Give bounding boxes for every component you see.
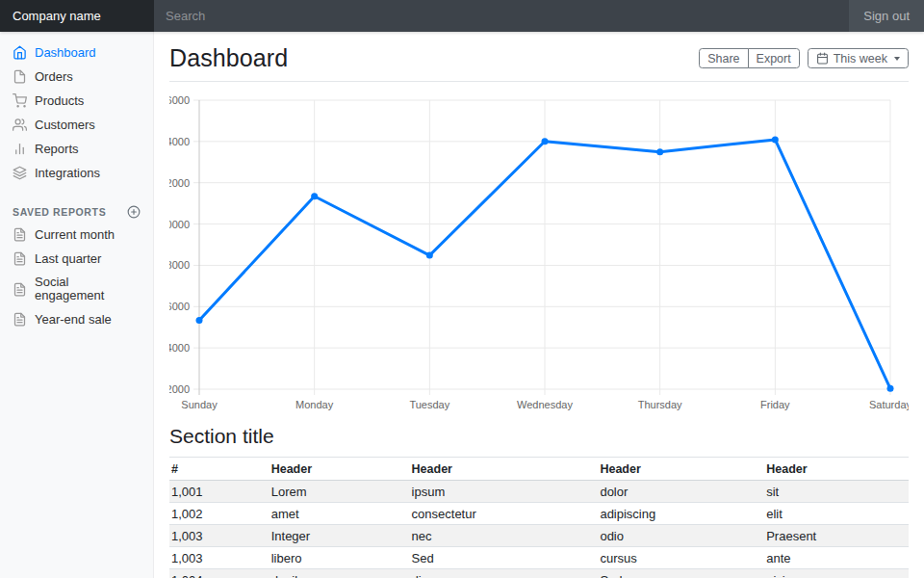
- page-header: Dashboard Share Export This week: [169, 32, 909, 82]
- svg-text:26000: 26000: [169, 94, 190, 106]
- sidebar: Dashboard Orders Products Customers Repo…: [0, 32, 154, 578]
- table-row: 1,002 amet consectetur adipiscing elit: [169, 503, 909, 525]
- table-header-row: # Header Header Header Header: [169, 458, 909, 481]
- calendar-icon: [816, 52, 829, 65]
- sidebar-item-label: Reports: [35, 143, 79, 156]
- svg-text:16000: 16000: [169, 301, 190, 312]
- sidebar-item-customers[interactable]: Customers: [0, 113, 153, 137]
- sidebar-item-year-end-sale[interactable]: Year-end sale: [0, 307, 153, 331]
- plus-circle-icon[interactable]: [127, 205, 141, 219]
- saved-reports-heading-label: Saved reports: [13, 206, 106, 218]
- sign-out-link[interactable]: Sign out: [849, 0, 924, 32]
- file-text-icon: [13, 227, 27, 242]
- table-row: 1,003 libero Sed cursus ante: [169, 547, 909, 569]
- share-button[interactable]: Share: [699, 48, 748, 68]
- sidebar-item-label: Current month: [35, 228, 115, 242]
- table-cell: 1,004: [169, 569, 270, 578]
- sidebar-item-label: Dashboard: [35, 46, 96, 60]
- table-cell: cursus: [598, 547, 764, 569]
- svg-text:22000: 22000: [169, 177, 190, 189]
- table-header-cell: Header: [598, 458, 764, 481]
- table-cell: dolor: [598, 481, 764, 503]
- section-title: Section title: [169, 425, 909, 448]
- table-cell: diam: [410, 569, 599, 578]
- table-cell: Sed: [410, 547, 599, 569]
- home-icon: [13, 45, 27, 60]
- table-cell: amet: [270, 503, 410, 525]
- table-cell: 1,003: [169, 525, 270, 547]
- svg-text:14000: 14000: [169, 342, 190, 354]
- svg-text:Monday: Monday: [295, 399, 334, 410]
- svg-text:Thursday: Thursday: [638, 399, 682, 410]
- table-cell: 1,003: [169, 547, 270, 569]
- sidebar-item-integrations[interactable]: Integrations: [0, 161, 153, 185]
- table-cell: sit: [764, 481, 909, 503]
- table-cell: consectetur: [410, 503, 599, 525]
- svg-text:Wednesday: Wednesday: [517, 399, 573, 410]
- table-cell: Integer: [270, 525, 410, 547]
- chevron-down-icon: [894, 57, 900, 61]
- table-cell: Sed: [598, 569, 764, 578]
- data-table: # Header Header Header Header 1,001 Lore…: [169, 457, 909, 578]
- svg-text:Tuesday: Tuesday: [409, 399, 449, 410]
- table-cell: nisi: [764, 569, 909, 578]
- file-text-icon: [13, 312, 27, 327]
- search-input[interactable]: [154, 0, 849, 32]
- table-cell: odio: [598, 525, 764, 547]
- svg-text:18000: 18000: [169, 259, 190, 271]
- svg-text:12000: 12000: [169, 383, 190, 395]
- file-icon: [13, 69, 27, 84]
- table-cell: adipiscing: [598, 503, 764, 525]
- sidebar-item-reports[interactable]: Reports: [0, 137, 153, 161]
- file-text-icon: [13, 251, 27, 266]
- table-cell: dapibus: [270, 569, 410, 578]
- weekly-sales-line-chart: 2600024000220002000018000160001400012000…: [169, 91, 909, 410]
- table-cell: nec: [410, 525, 599, 547]
- sidebar-item-social-engagement[interactable]: Social engagement: [0, 271, 153, 307]
- svg-text:Saturday: Saturday: [869, 399, 909, 410]
- sidebar-item-orders[interactable]: Orders: [0, 65, 153, 89]
- layers-icon: [13, 166, 27, 180]
- sidebar-item-label: Social engagement: [35, 276, 141, 302]
- svg-text:20000: 20000: [169, 219, 190, 230]
- sidebar-item-label: Orders: [35, 70, 73, 84]
- toolbar: Share Export This week: [699, 48, 909, 68]
- table-cell: Praesent: [764, 525, 909, 547]
- sidebar-item-label: Year-end sale: [35, 313, 112, 327]
- file-text-icon: [13, 282, 27, 297]
- sidebar-item-products[interactable]: Products: [0, 89, 153, 113]
- sidebar-item-current-month[interactable]: Current month: [0, 223, 153, 247]
- export-button[interactable]: Export: [748, 48, 800, 68]
- table-header-cell: Header: [764, 458, 909, 481]
- table-header-cell: #: [169, 458, 270, 481]
- sidebar-item-label: Customers: [35, 118, 95, 132]
- saved-reports-heading: Saved reports: [0, 201, 153, 223]
- sidebar-item-label: Last quarter: [35, 252, 101, 266]
- table-cell: Lorem: [270, 481, 410, 503]
- svg-text:24000: 24000: [169, 136, 190, 147]
- sidebar-item-dashboard[interactable]: Dashboard: [0, 40, 153, 65]
- svg-text:Friday: Friday: [760, 399, 790, 410]
- sidebar-item-label: Products: [35, 94, 84, 108]
- period-label: This week: [834, 52, 887, 66]
- top-navbar: Company name Sign out: [0, 0, 924, 32]
- sidebar-item-label: Integrations: [35, 167, 100, 180]
- table-row: 1,004 dapibus diam Sed nisi: [169, 569, 909, 578]
- table-cell: 1,001: [169, 481, 270, 503]
- period-dropdown-button[interactable]: This week: [808, 48, 909, 68]
- main-content: Dashboard Share Export This week 2600024…: [154, 32, 924, 578]
- table-cell: libero: [270, 547, 410, 569]
- svg-text:Sunday: Sunday: [181, 399, 218, 410]
- share-export-group: Share Export: [699, 48, 800, 68]
- table-cell: 1,002: [169, 503, 270, 525]
- table-header-cell: Header: [270, 458, 410, 481]
- page-title: Dashboard: [169, 44, 288, 72]
- chart-container: 2600024000220002000018000160001400012000…: [169, 91, 909, 410]
- brand[interactable]: Company name: [0, 0, 154, 32]
- table-cell: ante: [764, 547, 909, 569]
- sidebar-item-last-quarter[interactable]: Last quarter: [0, 247, 153, 271]
- table-row: 1,003 Integer nec odio Praesent: [169, 525, 909, 547]
- table-row: 1,001 Lorem ipsum dolor sit: [169, 481, 909, 503]
- users-icon: [13, 118, 27, 132]
- table-cell: elit: [764, 503, 909, 525]
